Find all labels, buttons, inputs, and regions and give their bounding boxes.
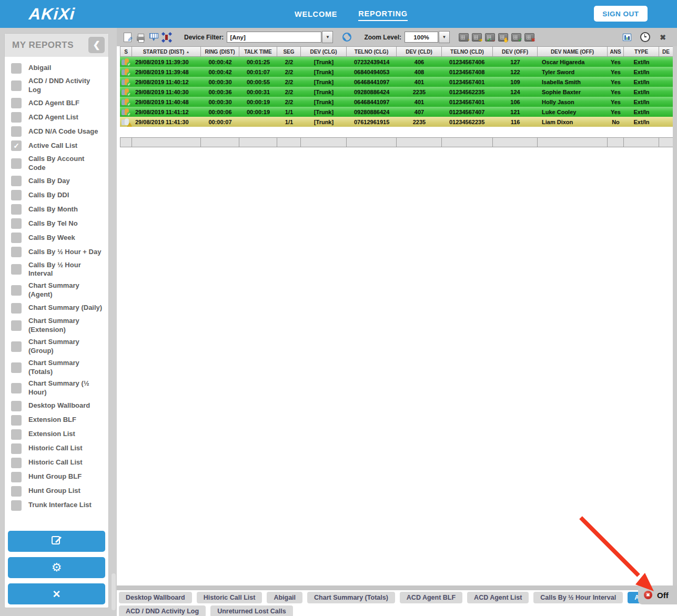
- report-item[interactable]: Calls By Month: [11, 203, 104, 217]
- nav-reporting[interactable]: REPORTING: [358, 7, 407, 21]
- table-row[interactable]: ✓29/08/2019 11:41:1200:00:0600:00:191/1[…: [120, 107, 673, 117]
- chevron-left-icon[interactable]: ❮: [88, 37, 105, 53]
- nav-welcome[interactable]: WELCOME: [295, 8, 337, 21]
- report-item[interactable]: Chart Summary (Extension): [11, 315, 104, 336]
- report-item[interactable]: Calls By ½ Hour Interval: [11, 259, 104, 280]
- sidebar-scrollbar[interactable]: [112, 573, 116, 610]
- unchecked-checkbox-icon[interactable]: [11, 341, 22, 352]
- unchecked-checkbox-icon[interactable]: [11, 233, 22, 243]
- unchecked-checkbox-icon[interactable]: [11, 500, 22, 511]
- unchecked-checkbox-icon[interactable]: [11, 486, 22, 497]
- transfer-icon[interactable]: ➔: [471, 32, 482, 43]
- column-header-s[interactable]: S: [120, 46, 132, 57]
- report-tab-unreturned-lost-calls[interactable]: Unreturned Lost Calls: [210, 605, 293, 616]
- column-header-dev-off-[interactable]: DEV (OFF): [493, 46, 538, 57]
- device-filter-dropdown[interactable]: ▼: [322, 31, 333, 43]
- report-tab-acd-dnd-activity-log[interactable]: ACD / DND Activity Log: [119, 605, 206, 616]
- dial-icon[interactable]: •: [458, 32, 469, 43]
- column-header-de[interactable]: DE: [659, 46, 673, 57]
- report-item[interactable]: ACD N/A Code Usage: [11, 125, 104, 139]
- unchecked-checkbox-icon[interactable]: [11, 362, 22, 373]
- unchecked-checkbox-icon[interactable]: [11, 247, 22, 257]
- unchecked-checkbox-icon[interactable]: [11, 383, 22, 393]
- unchecked-checkbox-icon[interactable]: [11, 264, 22, 275]
- column-header-ans[interactable]: ANS: [608, 46, 624, 57]
- table-row[interactable]: ✓29/08/2019 11:40:1200:00:3000:00:552/2[…: [120, 77, 673, 87]
- report-item[interactable]: Calls By ½ Hour + Day: [11, 245, 104, 259]
- column-header-dev-clg-[interactable]: DEV (CLG): [301, 46, 347, 57]
- unchecked-checkbox-icon[interactable]: [11, 63, 22, 74]
- column-header-talk-time[interactable]: TALK TIME: [239, 46, 277, 57]
- hangup-icon[interactable]: ✖: [524, 32, 534, 43]
- column-header-telno-cld-[interactable]: TELNO (CLD): [442, 46, 493, 57]
- answer-divert-icon[interactable]: ✔→: [484, 32, 495, 43]
- column-header-telno-clg-[interactable]: TELNO (CLG): [347, 46, 397, 57]
- unchecked-checkbox-icon[interactable]: [11, 443, 22, 454]
- column-header-started-dist-[interactable]: STARTED (DIST)▲: [132, 46, 201, 57]
- print-icon[interactable]: [135, 32, 146, 43]
- report-tab-chart-summary-totals-[interactable]: Chart Summary (Totals): [307, 592, 395, 603]
- acd-state-toggle[interactable]: ✖ Off: [638, 585, 677, 604]
- report-item[interactable]: Chart Summary (Group): [11, 336, 104, 357]
- report-item[interactable]: Historic Call List: [11, 441, 104, 456]
- report-item[interactable]: Calls By Day: [11, 174, 104, 188]
- unchecked-checkbox-icon[interactable]: [11, 401, 22, 411]
- refresh-icon[interactable]: [341, 32, 352, 43]
- report-tab-abigail[interactable]: Abigail: [267, 592, 302, 603]
- table-row[interactable]: ✓29/08/2019 11:39:4800:00:4200:01:072/2[…: [120, 67, 673, 77]
- clock-icon[interactable]: [640, 32, 650, 43]
- unchecked-checkbox-icon[interactable]: [11, 112, 22, 123]
- close-report-button[interactable]: ✕: [8, 583, 105, 604]
- report-item[interactable]: Calls By Tel No: [11, 217, 104, 231]
- unchecked-checkbox-icon[interactable]: [11, 285, 22, 296]
- device-filter-input[interactable]: [227, 32, 321, 43]
- column-header-seg[interactable]: SEG: [277, 46, 301, 57]
- edit-report-button[interactable]: [8, 531, 105, 552]
- new-report-icon[interactable]: [122, 32, 133, 43]
- report-item[interactable]: Chart Summary (Totals): [11, 357, 104, 378]
- report-item[interactable]: Desktop Wallboard: [11, 399, 104, 413]
- report-item[interactable]: ACD Agent BLF: [11, 96, 104, 110]
- report-tab-historic-call-list[interactable]: Historic Call List: [197, 592, 262, 603]
- report-item[interactable]: Chart Summary (Agent): [11, 280, 104, 301]
- report-item[interactable]: Trunk Interface List: [11, 498, 104, 512]
- sign-out-button[interactable]: SIGN OUT: [594, 6, 648, 22]
- column-header-dev-cld-[interactable]: DEV (CLD): [397, 46, 442, 57]
- unchecked-checkbox-icon[interactable]: [11, 415, 22, 426]
- unchecked-checkbox-icon[interactable]: [11, 190, 22, 200]
- table-scrollbar[interactable]: [673, 46, 677, 585]
- unchecked-checkbox-icon[interactable]: [11, 80, 22, 91]
- report-item[interactable]: Hunt Group BLF: [11, 470, 104, 484]
- unchecked-checkbox-icon[interactable]: [11, 126, 22, 137]
- report-item[interactable]: Chart Summary (Daily): [11, 301, 104, 315]
- checked-checkbox-icon[interactable]: ✓: [11, 140, 22, 151]
- column-header-dev-name-off-[interactable]: DEV NAME (OFF): [538, 46, 608, 57]
- report-item[interactable]: Historic Call List: [11, 456, 104, 470]
- unchecked-checkbox-icon[interactable]: [11, 176, 22, 186]
- report-item[interactable]: Extension List: [11, 427, 104, 441]
- unchecked-checkbox-icon[interactable]: [11, 303, 22, 314]
- report-tab-calls-by-hour-interval[interactable]: Calls By ½ Hour Interval: [533, 592, 623, 603]
- report-item[interactable]: Calls By Account Code: [11, 153, 104, 174]
- report-item[interactable]: Abigail: [11, 61, 104, 75]
- unchecked-checkbox-icon[interactable]: [11, 158, 22, 169]
- unchecked-checkbox-icon[interactable]: [11, 204, 22, 215]
- report-item[interactable]: Extension BLF: [11, 413, 104, 427]
- report-tab-acd-agent-blf[interactable]: ACD Agent BLF: [400, 592, 462, 603]
- report-item[interactable]: Calls By DDI: [11, 188, 104, 203]
- table-row[interactable]: ✓29/08/2019 11:40:4800:00:3000:00:192/2[…: [120, 97, 673, 107]
- answer-icon[interactable]: ✔: [511, 32, 521, 43]
- table-row[interactable]: ✓29/08/2019 11:40:3000:00:3600:00:312/2[…: [120, 87, 673, 97]
- report-tab-acd-agent-list[interactable]: ACD Agent List: [467, 592, 529, 603]
- report-item[interactable]: Hunt Group List: [11, 484, 104, 498]
- chart-icon[interactable]: [622, 32, 632, 43]
- unchecked-checkbox-icon[interactable]: [11, 98, 22, 108]
- unchecked-checkbox-icon[interactable]: [11, 472, 22, 482]
- report-settings-button[interactable]: ⚙: [8, 557, 105, 578]
- report-item[interactable]: ACD Agent List: [11, 110, 104, 125]
- unchecked-checkbox-icon[interactable]: [11, 218, 22, 229]
- report-item[interactable]: ✓Active Call List: [11, 139, 104, 153]
- unchecked-checkbox-icon[interactable]: [11, 429, 22, 440]
- unchecked-checkbox-icon[interactable]: [11, 458, 22, 468]
- hold-icon[interactable]: ✋: [498, 32, 508, 43]
